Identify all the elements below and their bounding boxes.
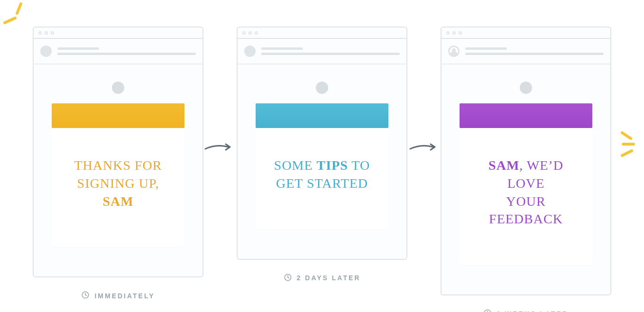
email-body: SAM, WE’D LOVE YOUR FEEDBACK — [442, 64, 610, 294]
avatar-icon — [448, 46, 460, 57]
traffic-light-icon — [242, 31, 246, 35]
email-content-card: SAM, WE’D LOVE YOUR FEEDBACK — [460, 128, 592, 265]
logo-placeholder-icon — [316, 82, 328, 94]
window-titlebar — [238, 28, 406, 39]
email-headline: SOME TIPS TO GET STARTED — [266, 156, 378, 193]
timing-label: 2 DAYS LATER — [284, 273, 361, 283]
email-body: SOME TIPS TO GET STARTED — [238, 64, 406, 259]
timing-text: 2 DAYS LATER — [297, 274, 361, 282]
email-step-1: THANKS FOR SIGNING UP, SAM IMMEDIATELY — [33, 27, 203, 301]
traffic-light-icon — [446, 31, 450, 35]
avatar-icon — [244, 46, 256, 57]
window-titlebar — [442, 28, 610, 39]
timing-label: 2 WEEKS LATER — [483, 309, 569, 312]
diagram-stage: THANKS FOR SIGNING UP, SAM IMMEDIATELY — [0, 0, 644, 312]
window-titlebar — [34, 28, 202, 39]
traffic-light-icon — [255, 31, 258, 35]
email-window: SAM, WE’D LOVE YOUR FEEDBACK — [441, 27, 611, 295]
email-sequence: THANKS FOR SIGNING UP, SAM IMMEDIATELY — [0, 27, 644, 312]
email-window: SOME TIPS TO GET STARTED — [237, 27, 407, 260]
email-header — [442, 39, 610, 64]
traffic-light-icon — [459, 31, 462, 35]
traffic-light-icon — [45, 31, 48, 35]
traffic-light-icon — [51, 31, 54, 35]
traffic-light-icon — [248, 31, 252, 35]
logo-placeholder-icon — [520, 82, 532, 94]
email-content-card: SOME TIPS TO GET STARTED — [256, 128, 388, 229]
email-header — [238, 39, 406, 64]
avatar-icon — [40, 46, 52, 57]
header-lines — [57, 47, 196, 55]
timing-text: IMMEDIATELY — [94, 292, 155, 300]
timing-text: 2 WEEKS LATER — [497, 310, 569, 312]
header-lines — [261, 47, 400, 55]
clock-icon — [81, 291, 90, 301]
email-window: THANKS FOR SIGNING UP, SAM — [33, 27, 203, 277]
email-hero-banner — [460, 103, 592, 128]
traffic-light-icon — [38, 31, 42, 35]
traffic-light-icon — [452, 31, 456, 35]
email-header — [34, 39, 202, 64]
svg-line-1 — [17, 4, 21, 13]
email-content-card: THANKS FOR SIGNING UP, SAM — [52, 128, 184, 247]
email-hero-banner — [256, 103, 388, 128]
email-step-3: SAM, WE’D LOVE YOUR FEEDBACK 2 WEEKS LAT… — [441, 27, 611, 312]
clock-icon — [483, 309, 492, 312]
logo-placeholder-icon — [112, 82, 124, 94]
header-lines — [465, 47, 604, 55]
email-body: THANKS FOR SIGNING UP, SAM — [34, 64, 202, 276]
clock-icon — [284, 273, 292, 283]
email-headline: SAM, WE’D LOVE YOUR FEEDBACK — [470, 156, 582, 228]
email-headline: THANKS FOR SIGNING UP, SAM — [62, 156, 174, 210]
email-hero-banner — [52, 103, 184, 128]
timing-label: IMMEDIATELY — [81, 291, 155, 301]
svg-line-0 — [5, 18, 15, 23]
email-step-2: SOME TIPS TO GET STARTED 2 DAYS LATER — [237, 27, 407, 283]
